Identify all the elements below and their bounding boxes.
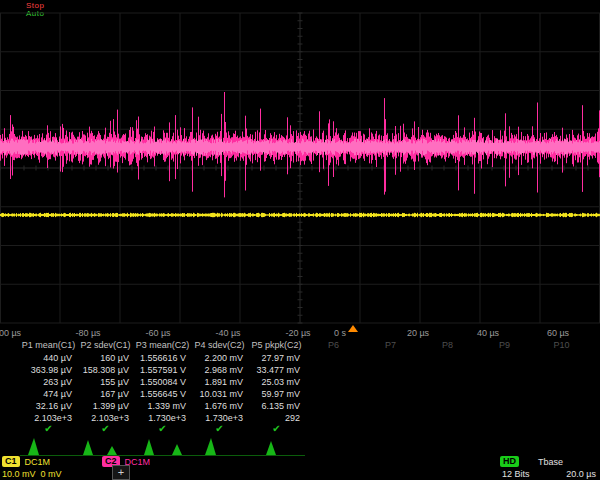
- measure-col-header-p5[interactable]: P5 pkpk(C2): [248, 340, 305, 350]
- status-check-icon: ✔: [248, 423, 305, 434]
- measure-cell: 27.97 mV: [248, 353, 305, 365]
- timebase-bits: 12 Bits: [502, 469, 530, 479]
- c1-scale: 10.0 mV: [2, 469, 36, 479]
- histicon[interactable]: [134, 434, 191, 456]
- status-check-icon: ✔: [134, 423, 191, 434]
- measure-col-header-p9[interactable]: P9: [476, 340, 533, 350]
- measure-col-header-p10[interactable]: P10: [533, 340, 590, 350]
- measure-cell: 263 µV: [20, 377, 77, 389]
- measure-cell: 6.135 mV: [248, 401, 305, 413]
- time-label: -80 µs: [75, 328, 100, 338]
- measure-status-row: ✔ ✔ ✔ ✔ ✔: [20, 423, 305, 434]
- waveform-plot: [0, 0, 600, 326]
- hd-mode-badge[interactable]: HD: [500, 456, 519, 467]
- channel-descriptor-c1[interactable]: C1 DC1M 10.0 mV 0 mV: [2, 456, 100, 480]
- histicon[interactable]: [77, 434, 134, 456]
- measure-cell: 10.031 mV: [191, 389, 248, 401]
- time-label: 20 µs: [407, 328, 429, 338]
- time-label: -40 µs: [215, 328, 240, 338]
- status-check-icon: ✔: [77, 423, 134, 434]
- add-trace-button[interactable]: +: [112, 465, 130, 480]
- measure-cell: 363.98 µV: [20, 365, 77, 377]
- measure-cell: 59.97 mV: [248, 389, 305, 401]
- measure-cell: 474 µV: [20, 389, 77, 401]
- measure-col-header-p7[interactable]: P7: [362, 340, 419, 350]
- time-label: -20 µs: [285, 328, 310, 338]
- c1-badge[interactable]: C1: [2, 456, 20, 467]
- measure-col-header-p8[interactable]: P8: [419, 340, 476, 350]
- measure-col-header-p1[interactable]: P1 mean(C1): [20, 340, 77, 350]
- time-label: -60 µs: [145, 328, 170, 338]
- measure-cell: 2.968 mV: [191, 365, 248, 377]
- measure-cell: 32.16 µV: [20, 401, 77, 413]
- measure-cell: 167 µV: [77, 389, 134, 401]
- measure-col-header-p4[interactable]: P4 sdev(C2): [191, 340, 248, 350]
- measure-cell: 1.556616 V: [134, 353, 191, 365]
- measure-col-header-p2[interactable]: P2 sdev(C1): [77, 340, 134, 350]
- time-label: -100 µs: [0, 328, 21, 338]
- measure-cell: 1.676 mV: [191, 401, 248, 413]
- histicon-row: [20, 434, 305, 456]
- measure-col-header-p6[interactable]: P6: [305, 340, 362, 350]
- measure-cell: 2.200 mV: [191, 353, 248, 365]
- measure-cell: 33.477 mV: [248, 365, 305, 377]
- measure-cell: 440 µV: [20, 353, 77, 365]
- histicon[interactable]: [191, 434, 248, 456]
- measure-values: 440 µV 160 µV 1.556616 V 2.200 mV 27.97 …: [20, 353, 305, 425]
- waveform-grid[interactable]: [0, 0, 600, 326]
- status-check-icon: ✔: [20, 423, 77, 434]
- measure-col-header-p3[interactable]: P3 mean(C2): [134, 340, 191, 350]
- time-label: 40 µs: [477, 328, 499, 338]
- c1-coupling: DC1M: [25, 457, 51, 467]
- measure-cell: 1.557591 V: [134, 365, 191, 377]
- timebase-label: Tbase: [538, 457, 563, 467]
- measure-cell: 1.556645 V: [134, 389, 191, 401]
- time-axis: -100 µs -80 µs -60 µs -40 µs -20 µs 0 s …: [0, 326, 600, 340]
- status-check-icon: ✔: [191, 423, 248, 434]
- measure-cell: 155 µV: [77, 377, 134, 389]
- timebase-descriptor[interactable]: HD Tbase 12 Bits 20.0 µs: [500, 456, 598, 480]
- measure-header-row: P1 mean(C1) P2 sdev(C1) P3 mean(C2) P4 s…: [20, 340, 590, 350]
- histicon[interactable]: [248, 434, 305, 456]
- time-label: 60 µs: [547, 328, 569, 338]
- measure-cell: 1.399 µV: [77, 401, 134, 413]
- time-label-zero: 0 s: [334, 328, 346, 338]
- measure-cell: 1.550084 V: [134, 377, 191, 389]
- measure-cell: 1.339 mV: [134, 401, 191, 413]
- measure-cell: 25.03 mV: [248, 377, 305, 389]
- measure-cell: 1.891 mV: [191, 377, 248, 389]
- histicon[interactable]: [20, 434, 77, 456]
- measure-cell: 160 µV: [77, 353, 134, 365]
- c1-offset: 0 mV: [41, 469, 62, 479]
- measure-cell: 158.308 µV: [77, 365, 134, 377]
- timebase-scale: 20.0 µs: [566, 469, 596, 479]
